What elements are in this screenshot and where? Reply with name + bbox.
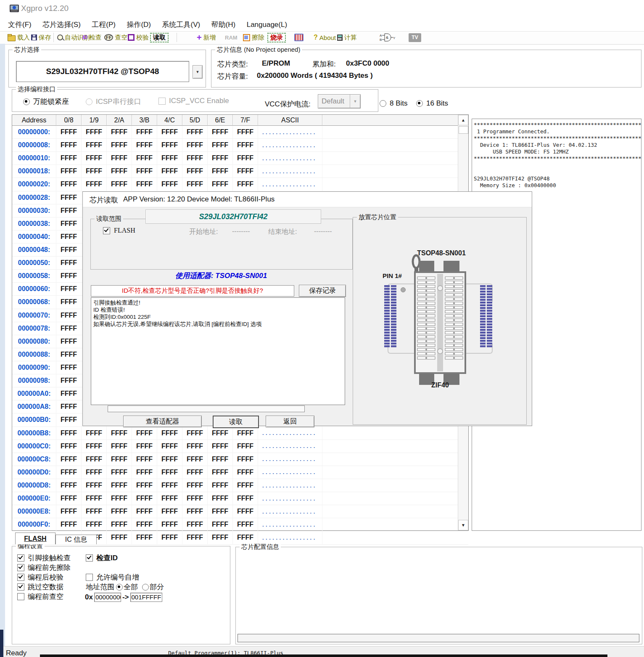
hex-value-cell[interactable]: FFFF — [182, 531, 208, 544]
hex-value-cell[interactable]: FFFF — [107, 178, 132, 191]
toolbar-add-button[interactable]: + 新增 — [197, 33, 216, 42]
hex-value-cell[interactable]: FFFF — [107, 505, 132, 518]
hex-value-cell[interactable]: FFFF — [208, 139, 233, 151]
chip-select-dropdown-button[interactable]: ▼ — [193, 65, 203, 79]
hex-value-cell[interactable]: FFFF — [56, 126, 82, 138]
universal-socket-radio[interactable]: 万能锁紧座 — [23, 97, 69, 106]
hex-header-cell[interactable]: 1/9 — [82, 115, 107, 126]
hex-value-cell[interactable]: FFFF — [107, 492, 132, 505]
hex-value-cell[interactable]: FFFF — [157, 531, 182, 544]
hex-header-cell[interactable]: ASCII — [258, 115, 322, 126]
scrollbar-thumb[interactable] — [459, 126, 468, 134]
hex-header-cell[interactable]: 7/F — [233, 115, 258, 126]
hex-value-cell[interactable]: FFFF — [157, 440, 182, 453]
toolbar-logic-gate-button[interactable]: A B & Y — [380, 33, 396, 42]
hex-value-cell[interactable]: FFFF — [182, 518, 208, 531]
blank-check-before-checkbox[interactable]: 编程前查空 — [17, 592, 63, 601]
dialog-return-button[interactable]: 返回 — [266, 416, 314, 427]
hex-value-cell[interactable]: FFFF — [157, 165, 182, 177]
hex-value-cell[interactable]: FFFF — [132, 165, 157, 177]
hex-value-cell[interactable]: FFFF — [182, 440, 208, 453]
hex-value-cell[interactable]: FFFF — [82, 427, 107, 440]
hex-value-cell[interactable]: FFFF — [208, 152, 233, 164]
toolbar-calculator-button[interactable]: 计算 — [337, 33, 357, 42]
hex-value-cell[interactable]: FFFF — [56, 296, 82, 308]
toolbar-burn-button[interactable]: 烧录 — [267, 33, 286, 42]
hex-value-cell[interactable]: FFFF — [233, 165, 258, 177]
hex-value-cell[interactable]: FFFF — [82, 139, 107, 151]
toolbar-ram-button[interactable]: RAM — [225, 33, 238, 42]
dialog-read-button[interactable]: 读取 — [213, 416, 259, 428]
hex-value-cell[interactable]: FFFF — [107, 152, 132, 164]
hex-value-cell[interactable]: FFFF — [56, 244, 82, 256]
menu-operation[interactable]: 操作(D) — [122, 18, 156, 32]
flash-checkbox[interactable]: FLASH — [103, 227, 135, 234]
hex-header-cell[interactable]: 0/8 — [56, 115, 82, 126]
hex-value-cell[interactable]: FFFF — [157, 139, 182, 151]
hex-value-cell[interactable]: FFFF — [107, 453, 132, 466]
hex-value-cell[interactable]: FFFF — [56, 191, 82, 204]
dialog-title-bar[interactable]: 芯片读取 APP Version: 12.20 Device Model: TL… — [83, 192, 532, 207]
hex-value-cell[interactable]: FFFF — [233, 453, 258, 466]
hex-value-cell[interactable]: FFFF — [56, 283, 82, 295]
hex-header-cell[interactable]: 5/D — [182, 115, 208, 126]
hex-value-cell[interactable]: FFFF — [157, 152, 182, 164]
hex-value-cell[interactable]: FFFF — [182, 139, 208, 151]
hex-value-cell[interactable]: FFFF — [132, 440, 157, 453]
hex-value-cell[interactable]: FFFF — [56, 152, 82, 164]
addr-all-radio[interactable] — [116, 584, 123, 591]
hex-value-cell[interactable]: FFFF — [157, 427, 182, 440]
hex-value-cell[interactable]: FFFF — [233, 518, 258, 531]
hex-value-cell[interactable]: FFFF — [233, 505, 258, 518]
toolbar-load-button[interactable]: 载入 — [8, 33, 30, 42]
hex-value-cell[interactable]: FFFF — [107, 427, 132, 440]
hex-value-cell[interactable]: FFFF — [182, 505, 208, 518]
hex-value-cell[interactable]: FFFF — [182, 492, 208, 505]
verify-after-checkbox[interactable]: 编程后校验 — [17, 572, 63, 582]
hex-value-cell[interactable]: FFFF — [132, 139, 157, 151]
erase-before-checkbox[interactable]: 编程前先擦除 — [17, 563, 71, 572]
hex-value-cell[interactable]: FFFF — [56, 466, 82, 479]
hex-value-cell[interactable]: FFFF — [82, 518, 107, 531]
hex-value-cell[interactable]: FFFF — [208, 479, 233, 492]
chip-select-combobox[interactable]: S29JL032H70TFI42 @TSOP48 — [16, 61, 189, 82]
hex-value-cell[interactable]: FFFF — [56, 348, 82, 361]
hex-value-cell[interactable]: FFFF — [233, 492, 258, 505]
menu-system-tools[interactable]: 系统工具(V) — [157, 18, 205, 32]
menu-file[interactable]: 文件(F) — [3, 18, 36, 32]
hex-value-cell[interactable]: FFFF — [208, 178, 233, 191]
hex-value-cell[interactable]: FFFF — [107, 440, 132, 453]
view-adapter-button[interactable]: 查看适配器 — [123, 416, 202, 427]
toolbar-about-button[interactable]: ? About — [314, 33, 336, 42]
hex-value-cell[interactable]: FFFF — [182, 479, 208, 492]
hex-value-cell[interactable]: FFFF — [208, 466, 233, 479]
hex-value-cell[interactable]: FFFF — [132, 531, 157, 544]
hex-value-cell[interactable]: FFFF — [157, 479, 182, 492]
hex-value-cell[interactable]: FFFF — [208, 518, 233, 531]
hex-value-cell[interactable]: FFFF — [56, 322, 82, 335]
hex-value-cell[interactable]: FFFF — [82, 126, 107, 138]
hex-value-cell[interactable]: FFFF — [107, 518, 132, 531]
hex-value-cell[interactable]: FFFF — [82, 440, 107, 453]
hex-value-cell[interactable]: FFFF — [56, 178, 82, 191]
hex-value-cell[interactable]: FFFF — [56, 270, 82, 282]
hex-value-cell[interactable]: FFFF — [82, 466, 107, 479]
pin-check-checkbox[interactable]: 引脚接触检查 — [17, 553, 71, 563]
toolbar-read-button[interactable]: 读取 — [150, 33, 169, 42]
hex-header-cell[interactable]: Address — [12, 115, 56, 126]
bits8-radio[interactable]: 8 Bits — [380, 99, 408, 108]
hex-value-cell[interactable]: FFFF — [82, 453, 107, 466]
hex-value-cell[interactable]: FFFF — [157, 178, 182, 191]
menu-chip-select[interactable]: 芯片选择(S) — [38, 18, 85, 32]
hex-value-cell[interactable]: FFFF — [56, 479, 82, 492]
hex-value-cell[interactable]: FFFF — [182, 466, 208, 479]
hex-value-cell[interactable]: FFFF — [107, 531, 132, 544]
hex-value-cell[interactable]: FFFF — [233, 152, 258, 164]
hex-value-cell[interactable]: FFFF — [157, 453, 182, 466]
menu-help[interactable]: 帮助(H) — [207, 18, 240, 32]
hex-value-cell[interactable]: FFFF — [157, 518, 182, 531]
addr-to-input[interactable]: 001FFFFF — [130, 593, 162, 602]
hex-value-cell[interactable]: FFFF — [107, 165, 132, 177]
hex-value-cell[interactable]: FFFF — [56, 230, 82, 243]
hex-value-cell[interactable]: FFFF — [182, 165, 208, 177]
